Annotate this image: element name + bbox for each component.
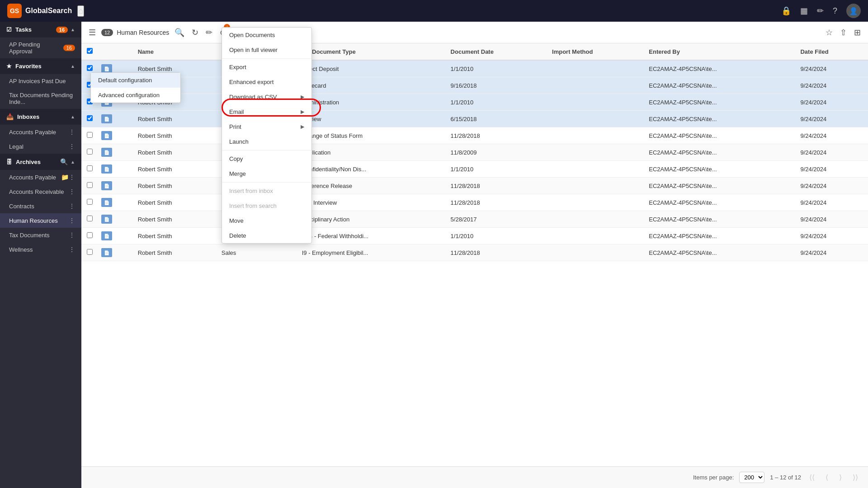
context-menu-item-1[interactable]: Open in full viewer [222, 42, 311, 57]
sidebar-item-tax-docs-pending[interactable]: Tax Documents Pending Inde... [0, 88, 81, 109]
context-menu-item-6[interactable]: Print▶ [222, 119, 311, 134]
row-checkbox[interactable] [87, 232, 93, 238]
context-menu-item-2[interactable]: Export [222, 60, 311, 75]
archives-wellness-more-icon[interactable]: ⋮ [69, 246, 75, 253]
user-avatar[interactable]: 👤 [846, 4, 861, 18]
sidebar-item-archives-tax[interactable]: Tax Documents ⋮ [0, 228, 81, 242]
header-doc-date[interactable]: Document Date [447, 43, 548, 60]
row-checkbox-cell[interactable] [81, 127, 98, 144]
sidebar-item-archives-ap[interactable]: Accounts Payable 📁 ⋮ [0, 170, 81, 184]
tasks-section-header[interactable]: ☑ Tasks 16 ▲ [0, 22, 81, 38]
row-checkbox-cell[interactable] [81, 161, 98, 178]
table-row[interactable]: 📄 Robert Smith Sales Change of Status Fo… [81, 127, 868, 144]
first-page-button[interactable]: ⟨⟨ [807, 471, 817, 483]
context-menu-item-12[interactable]: Move [222, 213, 311, 228]
archives-section-header[interactable]: 🗄 Archives 🔍 ▲ [0, 154, 81, 170]
sidebar-item-ap-pending[interactable]: AP Pending Approval 16 [0, 38, 81, 58]
header-entered-by[interactable]: Entered By [645, 43, 797, 60]
row-checkbox-cell[interactable] [81, 178, 98, 194]
inboxes-section-header[interactable]: 📥 Inboxes ▲ [0, 109, 81, 125]
table-row[interactable]: 📄 Robert Smith Sales Reference Release 1… [81, 178, 868, 194]
layout-button[interactable]: ⊞ [852, 26, 863, 39]
row-checkbox[interactable] [87, 65, 93, 71]
row-checkbox-cell[interactable] [81, 144, 98, 161]
header-select-all[interactable] [81, 43, 98, 60]
menu-button[interactable]: ☰ [87, 26, 98, 39]
context-menu-item-3[interactable]: Enhanced export [222, 75, 311, 89]
next-page-button[interactable]: ⟩ [836, 471, 844, 483]
sidebar-item-inboxes-ap[interactable]: Accounts Payable ⋮ [0, 125, 81, 139]
sidebar-item-inboxes-legal[interactable]: Legal ⋮ [0, 139, 81, 154]
row-checkbox-cell[interactable] [81, 228, 98, 244]
context-menu-item-4[interactable]: Download as CSV▶ [222, 89, 311, 104]
header-hr-doc-type[interactable]: HR Document Type [298, 43, 447, 60]
table-row[interactable]: 📄 Robert Smith Sales Confidentiality/Non… [81, 161, 868, 178]
favorites-section-header[interactable]: ★ Favorites ▲ [0, 58, 81, 74]
table-row[interactable]: 📄 Robert Smith Sales Timecard 9/16/2018 … [81, 77, 868, 94]
row-checkbox[interactable] [87, 249, 93, 255]
table-header-row: Name Department HR Document Type Documen… [81, 43, 868, 60]
context-menu-item-0[interactable]: Open Documents [222, 28, 311, 42]
row-checkbox[interactable] [87, 149, 93, 155]
document-icon: 📄 [101, 64, 112, 73]
archives-tax-more-icon[interactable]: ⋮ [69, 231, 75, 239]
inboxes-ap-more-icon[interactable]: ⋮ [69, 128, 75, 136]
header-date-filed[interactable]: Date Filed [797, 43, 868, 60]
archives-ap-more-icon[interactable]: ⋮ [69, 174, 75, 181]
table-row[interactable]: 📄 Robert Smith Sales Exit Interview 11/2… [81, 194, 868, 211]
row-checkbox[interactable] [87, 199, 93, 205]
archives-hr-more-icon[interactable]: ⋮ [69, 217, 75, 224]
row-entered-by: EC2AMAZ-4P5CSNA\te... [645, 77, 797, 94]
table-row[interactable]: 📄 Robert Smith Sales W-4 - Federal Withh… [81, 228, 868, 244]
star-button[interactable]: ☆ [824, 26, 835, 39]
row-checkbox[interactable] [87, 182, 93, 188]
row-checkbox[interactable] [87, 216, 93, 221]
header-import-method[interactable]: Import Method [548, 43, 645, 60]
row-checkbox-cell[interactable] [81, 194, 98, 211]
context-menu-item-8[interactable]: Copy [222, 151, 311, 166]
row-checkbox[interactable] [87, 132, 93, 138]
refresh-button[interactable]: ↻ [190, 26, 200, 39]
inboxes-legal-more-icon[interactable]: ⋮ [69, 143, 75, 150]
search-button[interactable]: 🔍 [173, 26, 186, 39]
sidebar-item-archives-hr[interactable]: Human Resources ⋮ [0, 213, 81, 228]
row-checkbox[interactable] [87, 115, 93, 121]
context-menu-item-5[interactable]: Email▶ [222, 104, 311, 119]
table-row[interactable]: 📄 Robert Smith Sales Administration 1/1/… [81, 94, 868, 111]
table-row[interactable]: 📄 Robert Smith Sales I9 - Employment Eli… [81, 244, 868, 261]
row-checkbox-cell[interactable] [81, 211, 98, 228]
last-page-button[interactable]: ⟩⟩ [850, 471, 861, 483]
table-row[interactable]: 📄 Robert Smith Sales Disciplinary Action… [81, 211, 868, 228]
lock-icon[interactable]: 🔒 [781, 6, 791, 16]
items-per-page-select[interactable]: 200 50 100 [739, 472, 764, 483]
sidebar-item-ap-invoices[interactable]: AP Invoices Past Due [0, 74, 81, 88]
archives-search-icon[interactable]: 🔍 [60, 158, 68, 165]
sidebar-item-archives-ar[interactable]: Accounts Receivable ⋮ [0, 184, 81, 199]
table-row[interactable]: 📄 Robert Smith Sales Application 11/8/20… [81, 144, 868, 161]
edit-nav-icon[interactable]: ✏ [817, 6, 824, 16]
edit-button[interactable]: ✏ [204, 26, 214, 39]
table-row[interactable]: 📄 Robert Smith Sales Review 6/15/2018 EC… [81, 111, 868, 127]
help-icon[interactable]: ? [833, 6, 837, 16]
header-name[interactable]: Name [134, 43, 218, 60]
row-checkbox-cell[interactable] [81, 244, 98, 261]
submenu-item-1[interactable]: Advanced configuration [91, 88, 180, 103]
context-menu-item-13[interactable]: Delete [222, 228, 311, 243]
grid-nav-icon[interactable]: ▦ [800, 6, 808, 16]
row-checkbox-cell[interactable] [81, 111, 98, 127]
sidebar-item-archives-contracts[interactable]: Contracts ⋮ [0, 199, 81, 213]
row-checkbox[interactable] [87, 165, 93, 171]
table-row[interactable]: 📄 Robert Smith Sales Direct Deposit 1/1/… [81, 60, 868, 77]
share-button[interactable]: ⇧ [838, 26, 849, 39]
context-menu-item-7[interactable]: Launch [222, 134, 311, 149]
select-all-checkbox[interactable] [87, 48, 93, 54]
submenu-item-label: Advanced configuration [98, 92, 160, 99]
archives-ar-more-icon[interactable]: ⋮ [69, 188, 75, 195]
archives-contracts-more-icon[interactable]: ⋮ [69, 202, 75, 210]
context-menu-item-9[interactable]: Merge [222, 166, 311, 181]
prev-page-button[interactable]: ⟨ [823, 471, 831, 483]
sidebar-item-archives-wellness[interactable]: Wellness ⋮ [0, 242, 81, 257]
home-button[interactable]: ⌂ [77, 5, 84, 17]
submenu-item-0[interactable]: Default configuration [91, 73, 180, 88]
logo-icon: GS [7, 4, 22, 18]
